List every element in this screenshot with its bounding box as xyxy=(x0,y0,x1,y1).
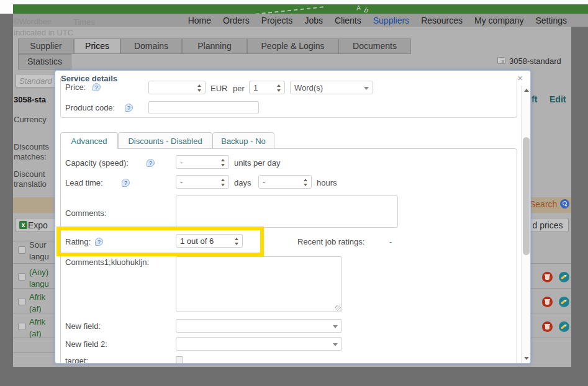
row-actions xyxy=(542,272,567,282)
new-field-2-label: New field 2: xyxy=(65,339,107,349)
capacity-label: Capacity (speed): xyxy=(65,158,129,168)
nav-item-settings[interactable]: Settings xyxy=(535,16,567,25)
search-icon[interactable] xyxy=(560,199,569,209)
edit-pencil-icon[interactable] xyxy=(559,297,569,307)
currency-code-label: EUR xyxy=(210,84,227,93)
row-checkbox[interactable] xyxy=(18,298,25,305)
table-row-afrikaans-2: Afrik(af) xyxy=(29,316,45,339)
edit-link[interactable]: Edit xyxy=(550,94,566,104)
service-details-dialog: Service details × Price: ? EUR per 1 Wor… xyxy=(55,70,531,364)
dialog-scrollbar xyxy=(521,86,530,363)
recent-job-ratings-label: Recent job ratings: xyxy=(297,237,364,246)
rating-input[interactable]: 1 out of 6 xyxy=(176,234,243,248)
tab-prices[interactable]: Prices xyxy=(74,38,120,54)
price-group xyxy=(60,78,517,118)
tab-people-logins[interactable]: People & Logins xyxy=(247,38,338,54)
help-icon[interactable]: ? xyxy=(122,179,130,187)
row-checkbox[interactable] xyxy=(18,273,25,281)
lead-time-days-input[interactable]: - xyxy=(176,175,229,189)
profile-file-icon[interactable] xyxy=(497,57,505,64)
tab-documents[interactable]: Documents xyxy=(338,38,411,54)
nav-item-orders[interactable]: Orders xyxy=(223,16,250,25)
resize-grip-icon[interactable] xyxy=(335,305,341,311)
delete-icon[interactable] xyxy=(542,272,553,282)
discount-label-line1: Discount xyxy=(14,169,45,179)
table-row-afrikaans-1: Afrik(af) xyxy=(29,291,45,315)
tab-planning[interactable]: Planning xyxy=(182,38,247,54)
nav-item-projects[interactable]: Projects xyxy=(261,16,293,25)
row-actions xyxy=(542,297,567,307)
nav-item-home[interactable]: Home xyxy=(188,16,211,25)
spinner-arrows-icon[interactable] xyxy=(221,178,225,187)
price-input[interactable] xyxy=(148,81,206,94)
banner-letter-decoration: A xyxy=(356,4,361,12)
spinner-arrows-icon[interactable] xyxy=(277,84,281,92)
spinner-arrows-icon[interactable] xyxy=(235,237,239,246)
dialog-tab-advanced[interactable]: Advanced xyxy=(60,132,118,149)
new-field-select[interactable] xyxy=(176,319,342,333)
nav-item-clients[interactable]: Clients xyxy=(335,16,361,25)
discounts-label-line1: Discounts xyxy=(14,142,49,151)
close-icon[interactable]: × xyxy=(517,73,523,83)
dialog-tab-backup[interactable]: Backup - No xyxy=(212,132,274,149)
table-divider xyxy=(531,313,571,313)
per-quantity-input[interactable]: 1 xyxy=(249,81,285,94)
unit-select[interactable]: Word(s) xyxy=(290,81,373,94)
table-row-any-language: (Any)langu xyxy=(29,266,49,290)
standard-filter-input[interactable]: Standard xyxy=(16,74,59,88)
delete-icon[interactable] xyxy=(542,297,553,307)
spinner-arrows-icon[interactable] xyxy=(221,158,225,167)
spinner-arrows-icon[interactable] xyxy=(197,84,202,92)
scroll-up-icon[interactable] xyxy=(522,86,531,95)
nav-item-jobs[interactable]: Jobs xyxy=(304,16,323,25)
hours-label: hours xyxy=(317,178,337,187)
tab-supplier[interactable]: Supplier xyxy=(18,38,74,54)
nav-item-my-company[interactable]: My company xyxy=(474,16,523,25)
comments1-label: Comments1;kluohukljn: xyxy=(65,258,149,267)
discount-label-line2: translatio xyxy=(14,179,47,189)
capacity-input[interactable]: - xyxy=(176,155,229,169)
edit-pencil-icon[interactable] xyxy=(559,272,569,282)
comments1-textarea[interactable] xyxy=(176,256,342,312)
chevron-down-icon xyxy=(333,325,338,328)
capacity-suffix-label: units per day xyxy=(234,158,280,168)
banner-dash-decoration xyxy=(255,6,323,14)
chevron-down-icon xyxy=(364,87,369,90)
price-label: Price: xyxy=(65,83,86,92)
discounts-label-line2: matches: xyxy=(14,152,47,161)
help-icon[interactable]: ? xyxy=(93,83,101,91)
search-link[interactable]: Search xyxy=(530,199,557,209)
rating-label: Rating: xyxy=(65,237,91,246)
tab-domains[interactable]: Domains xyxy=(120,38,182,54)
nav-item-resources[interactable]: Resources xyxy=(421,16,463,25)
banner-letter-decoration: b xyxy=(364,6,369,14)
scroll-down-icon[interactable] xyxy=(522,354,531,363)
chevron-down-icon xyxy=(333,343,338,346)
help-icon[interactable]: ? xyxy=(147,159,155,167)
dialog-tab-discounts[interactable]: Discounts - Disabled xyxy=(118,132,212,149)
add-prices-button[interactable]: d prices xyxy=(527,218,569,232)
edit-pencil-icon[interactable] xyxy=(559,321,569,332)
spinner-arrows-icon[interactable] xyxy=(304,178,308,187)
comments-textarea[interactable] xyxy=(176,195,398,228)
main-nav: Home Orders Projects Jobs Clients Suppli… xyxy=(188,16,567,25)
product-code-label: Product code: xyxy=(65,103,115,112)
top-navbar: ©Wordbee Times Home Orders Projects Jobs… xyxy=(13,14,588,27)
scrollbar-thumb[interactable] xyxy=(523,137,530,255)
select-all-checkbox[interactable] xyxy=(18,246,25,254)
lead-time-hours-input[interactable]: - xyxy=(258,175,312,189)
top-strip xyxy=(0,0,588,4)
days-label: days xyxy=(234,178,251,187)
new-field-2-select[interactable] xyxy=(176,337,342,351)
tab-statistics[interactable]: Statistics xyxy=(18,54,71,70)
export-button[interactable]: xExpo xyxy=(15,218,60,232)
per-label: per xyxy=(233,84,245,93)
help-icon[interactable]: ? xyxy=(95,238,103,246)
help-icon[interactable]: ? xyxy=(125,104,133,112)
target-checkbox[interactable] xyxy=(176,356,183,364)
column-header-source-language: Sourlangu xyxy=(29,239,49,263)
nav-item-suppliers[interactable]: Suppliers xyxy=(373,16,409,25)
row-checkbox[interactable] xyxy=(18,323,25,330)
product-code-input[interactable] xyxy=(148,101,259,114)
delete-icon[interactable] xyxy=(542,321,553,332)
